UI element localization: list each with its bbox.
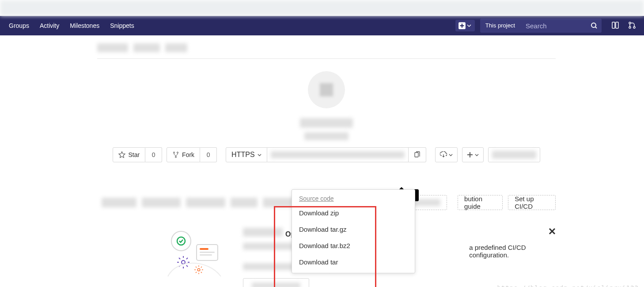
plus-icon [458, 22, 466, 30]
add-to-project-button[interactable] [462, 147, 484, 162]
fork-icon [172, 151, 179, 158]
copy-icon [413, 151, 420, 158]
clone-protocol[interactable]: HTTPS [226, 147, 267, 162]
project-id [304, 132, 349, 140]
nav-activity[interactable]: Activity [34, 22, 64, 29]
todos-icon[interactable] [607, 21, 624, 31]
top-nav: Groups Activity Milestones Snippets This… [0, 16, 644, 35]
todos-icon-svg [611, 21, 619, 29]
download-icon [440, 151, 447, 158]
protocol-label: HTTPS [231, 151, 254, 159]
extra-button[interactable] [488, 147, 540, 162]
download-header: Source code [292, 192, 415, 205]
close-icon [549, 228, 556, 235]
svg-point-8 [177, 152, 178, 153]
chevron-down-icon [475, 153, 479, 157]
nav-groups[interactable]: Groups [4, 22, 34, 29]
svg-rect-3 [616, 22, 618, 28]
nav-left: Groups Activity Milestones Snippets [4, 22, 140, 29]
svg-point-1 [591, 23, 596, 27]
clone-url-value [271, 151, 405, 158]
merge-icon [628, 21, 636, 29]
stat [186, 198, 225, 207]
svg-rect-15 [200, 252, 215, 253]
svg-point-9 [175, 157, 177, 158]
crumb-part [133, 43, 160, 52]
stat [102, 198, 136, 207]
svg-rect-10 [415, 153, 418, 157]
merge-requests-icon[interactable] [624, 21, 640, 31]
new-dropdown[interactable] [455, 20, 475, 31]
chevron-down-icon [258, 153, 261, 157]
clone-group: HTTPS [226, 147, 426, 162]
search-scope[interactable]: This project [480, 19, 520, 33]
fork-count: 0 [200, 147, 217, 162]
svg-point-6 [633, 27, 635, 28]
star-label: Star [128, 151, 140, 158]
svg-rect-16 [200, 254, 212, 256]
star-icon [118, 151, 125, 158]
browser-chrome [0, 0, 644, 16]
avatar-placeholder [320, 83, 333, 96]
search-button[interactable] [587, 19, 602, 33]
add-contribution-guide[interactable]: bution guide [458, 195, 503, 210]
breadcrumb [97, 35, 556, 58]
search-icon [591, 22, 598, 29]
svg-point-17 [182, 260, 185, 264]
star-button[interactable]: Star [113, 147, 145, 162]
fork-label: Fork [182, 151, 194, 158]
copy-url-button[interactable] [409, 147, 426, 162]
watermark: https://blog.csdn.net/xielinrui123 [497, 284, 639, 287]
clone-url-input[interactable] [267, 147, 409, 162]
action-row: Star 0 Fork 0 HTTPS [113, 147, 540, 162]
svg-rect-14 [200, 248, 208, 250]
stat [231, 198, 258, 207]
setup-cicd-button[interactable]: Set up CI/CD [508, 195, 556, 210]
svg-point-7 [174, 152, 175, 153]
fork-button[interactable]: Fork [167, 147, 200, 162]
crumb-part [97, 43, 128, 52]
project-avatar [308, 71, 345, 108]
project-header: Star 0 Fork 0 HTTPS [97, 59, 556, 171]
project-name [300, 118, 353, 128]
download-button[interactable] [435, 147, 458, 162]
stat [142, 198, 181, 207]
extra-button-label [492, 151, 536, 159]
svg-point-4 [629, 22, 631, 24]
main-content: Star 0 Fork 0 HTTPS [9, 35, 644, 287]
annotation-box [274, 206, 376, 287]
close-promo-button[interactable] [549, 228, 556, 237]
contribution-label: bution guide [464, 195, 496, 210]
plus-icon [467, 152, 473, 158]
svg-point-18 [197, 268, 200, 271]
crumb-part [165, 43, 187, 52]
svg-point-5 [629, 27, 631, 28]
star-count: 0 [145, 147, 162, 162]
search-wrap: This project [480, 19, 602, 33]
svg-rect-2 [612, 22, 615, 28]
promo-illustration [159, 228, 225, 281]
promo-tail: a predefined CI/CD configuration. [469, 244, 556, 259]
chevron-down-icon [449, 153, 453, 157]
nav-snippets[interactable]: Snippets [105, 22, 139, 29]
chevron-down-icon [467, 23, 471, 28]
cicd-label: Set up CI/CD [515, 195, 549, 210]
search-input[interactable] [520, 19, 587, 33]
nav-milestones[interactable]: Milestones [64, 22, 105, 29]
